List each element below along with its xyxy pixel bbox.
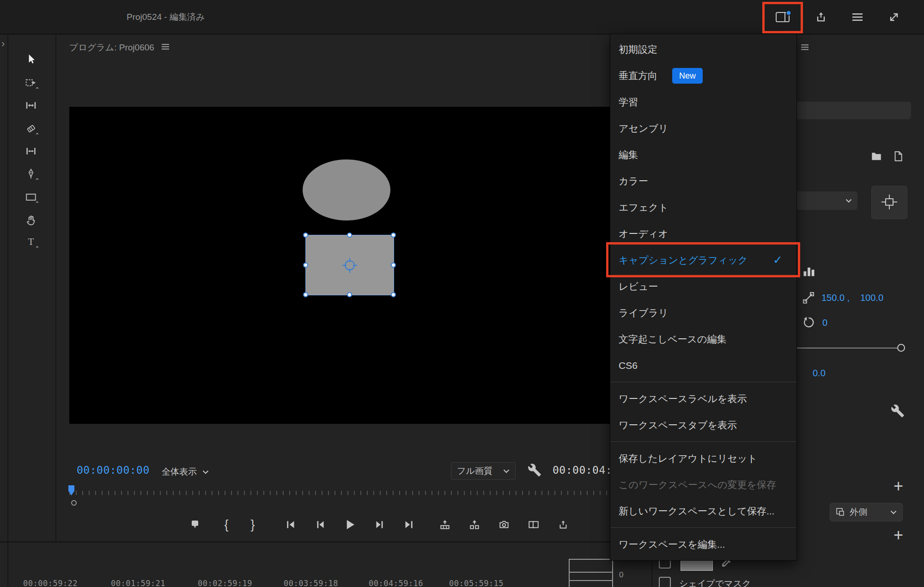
step-forward-button[interactable] [369,514,390,535]
zoom-level-dropdown[interactable]: 全体表示 [162,466,209,478]
menu-item-label: ワークスペースタブを表示 [619,419,737,432]
slip-tool-button[interactable] [22,142,40,160]
type-tool-icon: T [25,236,37,248]
lift-button[interactable] [434,514,456,535]
export-frame-button[interactable] [493,514,515,535]
check-icon: ✓ [773,253,783,267]
menu-item-vertical[interactable]: 垂直方向 New [610,62,796,89]
selection-handle[interactable] [303,263,308,268]
progressive-settings-button[interactable] [847,7,868,27]
stroke-style-dropdown[interactable]: 外側 [830,503,903,521]
slider-knob[interactable] [897,344,905,352]
menu-item-label: 文字起こしベースの編集 [619,333,726,346]
mark-out-button[interactable]: } [242,514,263,535]
selection-handle[interactable] [391,292,396,297]
comparison-view-button[interactable] [523,514,544,535]
quick-export-button[interactable] [811,7,831,27]
track-select-tool-button[interactable] [22,74,40,92]
menu-item-learning[interactable]: 学習 [610,89,796,115]
right-panel-field[interactable] [785,102,911,119]
program-video-preview[interactable] [69,107,651,424]
zoom-level-value: 全体表示 [162,466,197,478]
workspace-switcher-button[interactable] [773,7,793,27]
ruler-timecode: 00:03:59:18 [284,579,338,587]
selection-handle[interactable] [391,263,396,268]
menu-item-cs6[interactable]: CS6 [610,352,796,379]
menu-item-review[interactable]: レビュー [610,273,796,300]
graphic-properties-button[interactable] [802,264,816,278]
menu-item-editing[interactable]: 編集 [610,141,796,168]
menu-item-text-based-editing[interactable]: 文字起こしベースの編集 [610,326,796,352]
scale-y-value[interactable]: 100.0 [860,293,883,303]
current-timecode[interactable]: 00:00:00:00 [77,464,150,476]
effects-settings-button[interactable] [891,404,905,418]
add-shadow-button[interactable]: + [894,527,903,544]
program-panel-menu-button[interactable] [161,43,170,51]
mark-in-button[interactable]: { [216,514,237,535]
divider [570,572,612,573]
menu-item-assembly[interactable]: アセンブリ [610,115,796,141]
hand-tool-button[interactable] [22,211,40,228]
go-to-in-button[interactable] [280,514,302,535]
monitor-time-ruler[interactable] [69,491,651,495]
transform-button[interactable] [871,186,907,219]
menu-item-show-workspace-tabs[interactable]: ワークスペースタブを表示 [610,412,796,438]
anchor-point-crosshair[interactable] [340,256,359,275]
menu-item-color[interactable]: カラー [610,168,796,194]
new-item-button[interactable] [892,150,904,162]
add-marker-button[interactable] [184,514,206,535]
workspace-icon [775,10,791,24]
type-tool-glyph: T [28,237,34,247]
menu-item-captions-and-graphics[interactable]: キャプションとグラフィック ✓ [610,247,796,273]
divider [570,580,612,581]
selection-tool-button[interactable] [22,50,40,68]
zoom-scrollbar-handle[interactable] [71,500,77,506]
selection-handle[interactable] [303,292,308,297]
extract-button[interactable] [464,514,485,535]
selection-handle[interactable] [303,232,308,238]
rectangle-tool-button[interactable] [22,188,40,206]
panel-collapse-chevron[interactable]: › [1,38,5,50]
mask-checkbox[interactable] [659,577,671,587]
play-button[interactable] [339,514,360,535]
track-select-tool-icon [25,77,37,89]
duration-timecode: 00:00:04:2 [553,464,619,476]
monitor-settings-button[interactable] [528,463,541,477]
selection-handle[interactable] [347,232,352,238]
menu-item-edit-workspaces[interactable]: ワークスペースを編集... [610,531,796,557]
workspace-menu: 初期設定 垂直方向 New 学習 アセンブリ 編集 カラー エフェクト オーディ… [610,34,797,561]
ellipse-graphic[interactable] [303,159,390,220]
step-back-button[interactable] [310,514,331,535]
right-panel-menu-button[interactable] [800,43,809,51]
slider-track[interactable] [785,348,905,349]
secondary-value[interactable]: 0.0 [813,368,826,379]
panel-divider[interactable] [55,35,56,541]
pen-tool-button[interactable] [22,165,40,183]
menu-item-save-as-new-workspace[interactable]: 新しいワークスペースとして保存... [610,498,796,524]
panel-divider[interactable] [7,35,8,587]
menu-item-libraries[interactable]: ライブラリ [610,300,796,326]
menu-item-label: アセンブリ [619,122,668,135]
menu-item-audio[interactable]: オーディオ [610,220,796,247]
new-bin-button[interactable] [870,151,882,162]
stroke-style-icon [836,508,845,517]
razor-tool-button[interactable] [22,120,40,137]
rotation-value[interactable]: 0 [822,318,827,328]
menu-item-effects[interactable]: エフェクト [610,194,796,220]
selection-handle[interactable] [391,232,396,238]
maximize-button[interactable] [884,7,904,27]
add-stroke-button[interactable]: + [894,478,903,495]
export-media-button[interactable] [553,514,574,535]
menu-item-label: カラー [619,175,648,188]
scale-x-value[interactable]: 150.0 , [821,293,850,303]
panel-divider[interactable] [0,541,651,543]
menu-item-label: オーディオ [619,227,668,240]
type-tool-button[interactable]: T [22,233,40,251]
go-to-out-button[interactable] [398,514,419,535]
ripple-edit-tool-button[interactable] [22,97,40,114]
menu-item-show-workspace-labels[interactable]: ワークスペースラベルを表示 [610,385,796,412]
playback-quality-dropdown[interactable]: フル画質 [451,462,516,480]
selection-handle[interactable] [347,292,352,297]
menu-item-default[interactable]: 初期設定 [610,36,796,62]
menu-item-reset-to-saved-layout[interactable]: 保存したレイアウトにリセット [610,445,796,471]
